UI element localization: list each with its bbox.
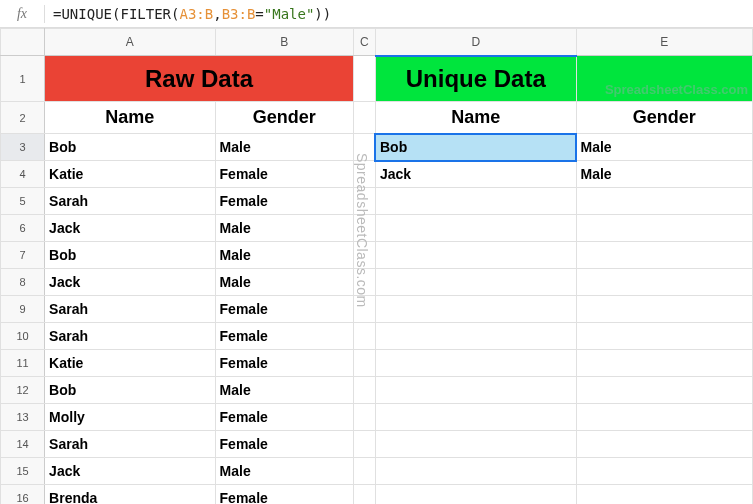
spreadsheet-grid[interactable]: A B C D E 1 Raw Data Unique Data Spreads… [0,28,753,504]
cell[interactable] [576,431,753,458]
cell[interactable]: Katie [45,350,215,377]
cell[interactable] [576,458,753,485]
cell[interactable]: Male [215,458,353,485]
cell[interactable]: Jack [45,215,215,242]
cell[interactable]: Female [215,296,353,323]
cell[interactable]: Male [215,377,353,404]
cell[interactable] [576,188,753,215]
cell[interactable] [375,431,576,458]
raw-data-title[interactable]: Raw Data [45,56,354,102]
header-name[interactable]: Name [45,102,215,134]
cell[interactable]: Sarah [45,188,215,215]
cell[interactable]: Bob [45,377,215,404]
cell[interactable]: Bob [45,242,215,269]
cell[interactable] [576,485,753,505]
row-header[interactable]: 15 [1,458,45,485]
cell[interactable] [576,296,753,323]
row-header[interactable]: 16 [1,485,45,505]
cell[interactable]: Jack [45,269,215,296]
cell[interactable] [375,296,576,323]
cell[interactable]: Jack [45,458,215,485]
cell[interactable] [353,102,375,134]
cell[interactable]: Female [215,323,353,350]
cell[interactable]: Katie [45,161,215,188]
cell[interactable]: Male [576,161,753,188]
cell[interactable] [353,377,375,404]
cell[interactable] [375,242,576,269]
header-gender[interactable]: Gender [215,102,353,134]
cell[interactable] [353,56,375,102]
cell[interactable] [375,458,576,485]
cell[interactable] [353,458,375,485]
cell[interactable] [353,161,375,188]
cell[interactable]: Bob [45,134,215,161]
row-header[interactable]: 4 [1,161,45,188]
cell[interactable] [576,269,753,296]
cell[interactable] [576,215,753,242]
col-header[interactable]: A [45,29,215,56]
row-header[interactable]: 7 [1,242,45,269]
cell[interactable] [375,404,576,431]
cell[interactable] [375,350,576,377]
row-header[interactable]: 9 [1,296,45,323]
header-gender[interactable]: Gender [576,102,753,134]
cell[interactable] [353,323,375,350]
active-cell[interactable]: Bob [375,134,576,161]
cell[interactable] [353,242,375,269]
cell[interactable] [576,350,753,377]
cell[interactable] [375,485,576,505]
cell[interactable] [353,188,375,215]
cell[interactable] [576,377,753,404]
cell[interactable]: Jack [375,161,576,188]
cell[interactable] [353,269,375,296]
cell[interactable] [375,323,576,350]
cell[interactable]: Sarah [45,323,215,350]
row-header[interactable]: 3 [1,134,45,161]
row-header[interactable]: 8 [1,269,45,296]
cell[interactable]: Male [215,269,353,296]
cell[interactable]: Female [215,161,353,188]
cell[interactable] [375,377,576,404]
cell[interactable]: Sarah [45,296,215,323]
cell[interactable]: Molly [45,404,215,431]
cell[interactable]: Female [215,350,353,377]
row-header[interactable]: 1 [1,56,45,102]
col-header[interactable]: C [353,29,375,56]
cell[interactable]: Sarah [45,431,215,458]
cell[interactable] [576,323,753,350]
cell[interactable] [353,296,375,323]
cell[interactable] [576,404,753,431]
cell[interactable] [375,188,576,215]
row-header[interactable]: 11 [1,350,45,377]
cell[interactable]: Male [215,215,353,242]
cell[interactable]: Male [215,242,353,269]
cell[interactable] [353,404,375,431]
cell[interactable]: Brenda [45,485,215,505]
unique-data-title[interactable]: Unique Data [375,56,576,102]
cell[interactable]: Male [576,134,753,161]
cell[interactable]: Female [215,404,353,431]
header-name[interactable]: Name [375,102,576,134]
col-header[interactable]: E [576,29,753,56]
row-header[interactable]: 14 [1,431,45,458]
cell[interactable]: Female [215,485,353,505]
cell[interactable]: Female [215,431,353,458]
row-header[interactable]: 5 [1,188,45,215]
cell[interactable] [353,485,375,505]
row-header[interactable]: 10 [1,323,45,350]
cell[interactable]: Female [215,188,353,215]
row-header[interactable]: 12 [1,377,45,404]
cell[interactable]: Male [215,134,353,161]
row-header[interactable]: 13 [1,404,45,431]
select-all-corner[interactable] [1,29,45,56]
formula-input[interactable]: =UNIQUE(FILTER(A3:B,B3:B="Male")) [45,0,753,27]
cell[interactable] [353,215,375,242]
cell[interactable] [375,215,576,242]
cell[interactable] [353,350,375,377]
row-header[interactable]: 2 [1,102,45,134]
row-header[interactable]: 6 [1,215,45,242]
col-header[interactable]: D [375,29,576,56]
cell[interactable] [353,431,375,458]
cell[interactable] [375,269,576,296]
col-header[interactable]: B [215,29,353,56]
